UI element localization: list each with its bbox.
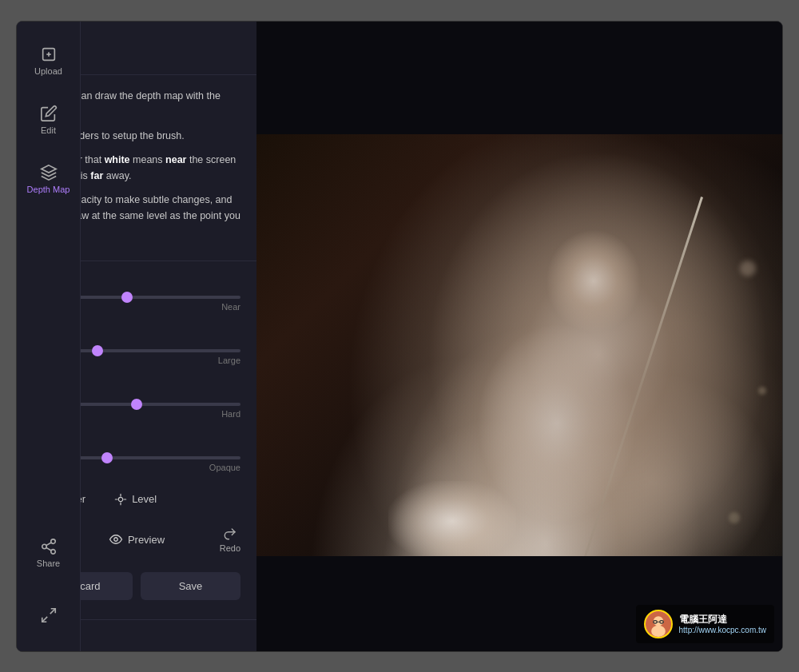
edit-nav-icon (40, 105, 58, 122)
nav-share[interactable]: Share (17, 527, 81, 579)
svg-line-20 (46, 547, 50, 551)
svg-point-6 (114, 538, 118, 542)
upload-nav-icon (40, 46, 58, 63)
redo-icon (223, 527, 237, 541)
share-nav-label: Share (37, 559, 60, 568)
canvas-area[interactable]: 電腦王阿達 http://www.kocpc.com.tw (256, 22, 782, 651)
watermark-avatar (644, 610, 673, 638)
svg-point-26 (651, 625, 666, 636)
svg-line-21 (46, 542, 50, 545)
redo-label: Redo (220, 543, 240, 553)
preview-button[interactable]: Preview (109, 532, 165, 547)
svg-point-5 (118, 497, 122, 501)
bokeh-3 (758, 387, 766, 395)
svg-line-22 (50, 608, 54, 613)
size-max-label: Large (218, 356, 240, 365)
svg-point-25 (653, 616, 662, 626)
watermark: 電腦王阿達 http://www.kocpc.com.tw (636, 605, 774, 643)
nav-depth-map[interactable]: Depth Map (17, 153, 81, 205)
nav-bottom: Share (17, 527, 81, 635)
main-content: 電腦王阿達 http://www.kocpc.com.tw (256, 22, 782, 651)
watermark-url: http://www.kocpc.com.tw (679, 626, 766, 634)
nav-upload[interactable]: Upload (17, 34, 81, 87)
nav-fullscreen[interactable] (17, 595, 81, 635)
save-button[interactable]: Save (141, 572, 240, 600)
nav-edit[interactable]: Edit (17, 93, 81, 146)
nav-upload-label: Upload (34, 66, 62, 76)
level-label: Level (132, 493, 157, 505)
svg-point-17 (50, 539, 55, 543)
opacity-max-label: Opaque (209, 463, 240, 472)
svg-line-23 (42, 616, 46, 621)
avatar-icon (646, 610, 671, 638)
left-nav: Upload Edit Depth Map (17, 22, 81, 651)
redo-button[interactable]: Redo (220, 527, 240, 553)
level-button[interactable]: Level (108, 490, 163, 509)
bokeh-1 (740, 260, 756, 276)
nav-edit-label: Edit (41, 125, 56, 135)
svg-point-19 (50, 549, 55, 554)
top-dark-strip (256, 22, 782, 135)
depth-max-label: Near (221, 302, 240, 312)
watermark-site: 電腦王阿達 (679, 613, 766, 626)
nav-depth-map-label: Depth Map (27, 185, 70, 194)
preview-icon (109, 532, 123, 547)
watermark-info: 電腦王阿達 http://www.kocpc.com.tw (679, 613, 766, 635)
level-icon (114, 493, 127, 506)
fullscreen-nav-icon (40, 606, 58, 624)
share-nav-icon (40, 538, 58, 555)
hardness-max-label: Hard (221, 409, 240, 419)
depth-map-nav-icon (40, 164, 58, 181)
svg-point-18 (42, 544, 46, 549)
preview-label: Preview (128, 534, 165, 546)
